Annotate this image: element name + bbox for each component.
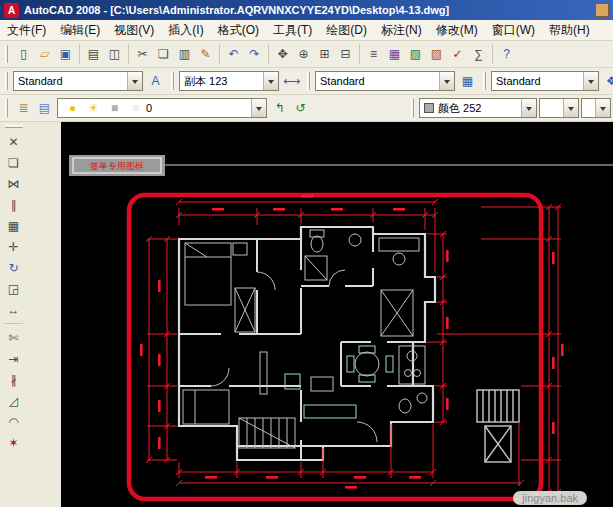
- menu-dimension[interactable]: 标注(N): [374, 20, 429, 41]
- menu-help[interactable]: 帮助(H): [542, 20, 597, 41]
- chevron-down-icon[interactable]: [127, 72, 142, 90]
- layer-freeze-sun-icon[interactable]: ☀: [83, 98, 104, 119]
- layer-color-swatch-icon[interactable]: ■: [125, 98, 146, 119]
- undo-icon[interactable]: ↶: [223, 44, 244, 65]
- plot-icon[interactable]: ▤: [83, 44, 104, 65]
- drawing-viewport[interactable]: 签单专用图框: [61, 122, 613, 507]
- toolbar-separator: [219, 44, 220, 64]
- table-style-manager-icon[interactable]: ▦: [457, 71, 478, 92]
- toolbar-grip[interactable]: [5, 72, 8, 90]
- plot-preview-icon[interactable]: ◫: [104, 44, 125, 65]
- break-tool-icon[interactable]: ∦: [3, 369, 24, 390]
- move-tool-icon[interactable]: ✛: [3, 236, 24, 257]
- array-tool-icon[interactable]: ▦: [3, 215, 24, 236]
- layer-lock-icon[interactable]: ■: [104, 98, 125, 119]
- chevron-down-icon[interactable]: [263, 72, 278, 90]
- lineweight-combo[interactable]: [581, 98, 611, 118]
- tool-palettes-icon[interactable]: ▧: [405, 44, 426, 65]
- layer-states-icon[interactable]: ▤: [34, 98, 55, 119]
- new-file-icon[interactable]: ▯: [13, 44, 34, 65]
- layer-on-bulb-icon[interactable]: ●: [62, 98, 83, 119]
- chevron-down-icon[interactable]: [583, 72, 598, 90]
- menu-draw[interactable]: 绘图(D): [319, 20, 374, 41]
- paste-icon[interactable]: ▥: [174, 44, 195, 65]
- markup-icon[interactable]: ✓: [447, 44, 468, 65]
- quickcalc-icon[interactable]: ∑: [468, 44, 489, 65]
- toolbar-grip[interactable]: [411, 99, 414, 117]
- dim-style-value: 副本 123: [184, 74, 261, 89]
- toolbar-grip[interactable]: [483, 72, 486, 90]
- layer-lock-icon: ■: [111, 102, 118, 114]
- help-icon[interactable]: ?: [496, 44, 517, 65]
- layer-combo[interactable]: ●☀■■ 0: [57, 98, 267, 118]
- designcenter-icon[interactable]: ▦: [384, 44, 405, 65]
- erase-tool-icon[interactable]: ✕: [3, 131, 24, 152]
- workspace-settings-icon[interactable]: ❖: [601, 71, 613, 92]
- menu-file[interactable]: 文件(F): [0, 20, 53, 41]
- text-style-combo[interactable]: Standard: [13, 71, 143, 91]
- redo-icon[interactable]: ↷: [244, 44, 265, 65]
- menu-tools[interactable]: 工具(T): [266, 20, 319, 41]
- chevron-down-icon[interactable]: [521, 99, 536, 117]
- cut-icon[interactable]: ✂: [132, 44, 153, 65]
- erase-tool-icon: ✕: [8, 136, 18, 148]
- toolbar-separator: [492, 44, 493, 64]
- text-style-manager-icon[interactable]: A: [145, 71, 166, 92]
- pan-icon[interactable]: ✥: [272, 44, 293, 65]
- toolbar-grip[interactable]: [171, 72, 174, 90]
- properties-icon[interactable]: ≡: [363, 44, 384, 65]
- plot-icon: ▤: [88, 48, 99, 60]
- table-style-combo[interactable]: Standard: [315, 71, 455, 91]
- chevron-down-icon[interactable]: [251, 99, 266, 117]
- menu-format[interactable]: 格式(O): [211, 20, 266, 41]
- toolbar-grip[interactable]: [307, 72, 310, 90]
- menu-insert[interactable]: 插入(I): [161, 20, 210, 41]
- trim-tool-icon[interactable]: ✄: [3, 327, 24, 348]
- toolbar-grip[interactable]: [5, 99, 8, 117]
- stretch-tool-icon[interactable]: ↔: [3, 299, 24, 320]
- zoom-window-icon[interactable]: ⊞: [314, 44, 335, 65]
- designcenter-icon: ▦: [389, 48, 400, 60]
- toolbar-grip[interactable]: [5, 45, 8, 63]
- extend-tool-icon[interactable]: ⇥: [3, 348, 24, 369]
- toolbar-grip[interactable]: [5, 125, 23, 128]
- layer-on-bulb-icon: ●: [69, 102, 76, 114]
- workspace-combo[interactable]: Standard: [491, 71, 599, 91]
- window-control-button[interactable]: [595, 3, 609, 17]
- copy-tool-icon[interactable]: ❏: [3, 152, 24, 173]
- zoom-previous-icon[interactable]: ⊟: [335, 44, 356, 65]
- copy-clip-icon[interactable]: ❏: [153, 44, 174, 65]
- menu-window[interactable]: 窗口(W): [485, 20, 542, 41]
- break-tool-icon: ∦: [11, 374, 17, 386]
- fillet-tool-icon[interactable]: ◠: [3, 411, 24, 432]
- menu-view[interactable]: 视图(V): [107, 20, 161, 41]
- offset-tool-icon[interactable]: ∥: [3, 194, 24, 215]
- make-object-layer-current-icon[interactable]: ↰: [269, 98, 290, 119]
- chevron-down-icon[interactable]: [439, 72, 454, 90]
- save-icon[interactable]: ▣: [55, 44, 76, 65]
- chamfer-tool-icon[interactable]: ◿: [3, 390, 24, 411]
- styles-toolbar: Standard A 副本 123 ⟷ Standard ▦ Standard …: [0, 68, 613, 95]
- menu-edit[interactable]: 编辑(E): [53, 20, 107, 41]
- color-combo[interactable]: 颜色 252: [419, 98, 537, 118]
- main-area: ✕❏⋈∥▦✛↻◲↔✄⇥∦◿◠✶ 签单专用图框: [0, 122, 613, 507]
- scale-tool-icon[interactable]: ◲: [3, 278, 24, 299]
- dim-style-combo[interactable]: 副本 123: [179, 71, 279, 91]
- layer-previous-icon[interactable]: ↺: [290, 98, 311, 119]
- explode-tool-icon[interactable]: ✶: [3, 432, 24, 453]
- chevron-down-icon[interactable]: [563, 99, 578, 117]
- layer-properties-manager-icon[interactable]: ≣: [13, 98, 34, 119]
- zoom-realtime-icon[interactable]: ⊕: [293, 44, 314, 65]
- sheet-set-manager-icon[interactable]: ▨: [426, 44, 447, 65]
- rotate-tool-icon[interactable]: ↻: [3, 257, 24, 278]
- toolbar-separator: [128, 44, 129, 64]
- dim-style-manager-icon[interactable]: ⟷: [281, 71, 302, 92]
- chevron-down-icon[interactable]: [595, 99, 610, 117]
- match-properties-icon[interactable]: ✎: [195, 44, 216, 65]
- open-folder-icon[interactable]: ▱: [34, 44, 55, 65]
- linetype-combo[interactable]: [539, 98, 579, 118]
- drawing-canvas[interactable]: 签单专用图框: [60, 122, 613, 507]
- table-style-value: Standard: [320, 75, 437, 87]
- mirror-tool-icon[interactable]: ⋈: [3, 173, 24, 194]
- menu-modify[interactable]: 修改(M): [429, 20, 485, 41]
